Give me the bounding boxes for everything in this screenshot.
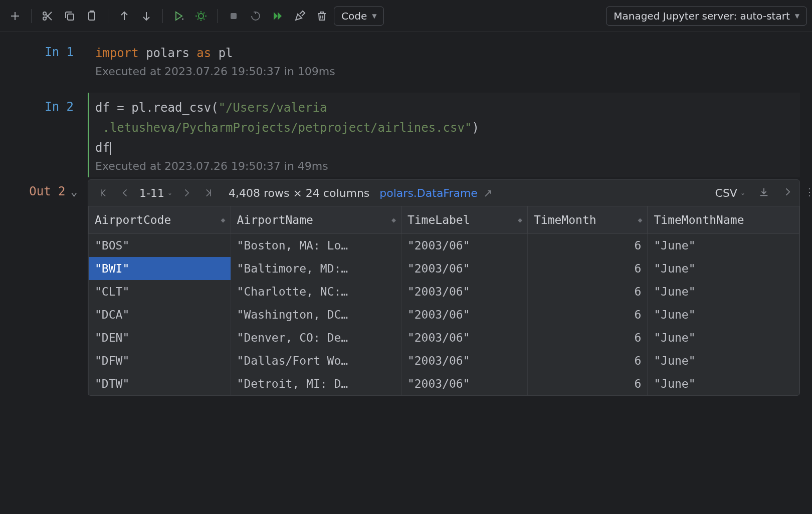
table-cell[interactable]: "2003/06" [401,303,527,326]
table-cell[interactable]: "Denver, CO: De… [231,326,401,349]
output-prompt[interactable]: Out 2 ⌄ [0,177,88,198]
separator [162,9,163,23]
external-link-icon: ↗ [483,187,492,199]
table-cell[interactable]: "DTW" [89,372,231,395]
column-header[interactable]: TimeLabel◆ [401,206,527,234]
table-cell[interactable]: "Dallas/Fort Wo… [231,349,401,372]
sort-icon: ◆ [391,215,396,224]
table-cell[interactable]: 6 [527,234,647,258]
chevron-down-icon: ⌄ [71,184,78,198]
table-cell[interactable]: "June" [648,280,799,303]
server-label: Managed Jupyter server: auto-start [614,10,790,22]
table-cell[interactable]: "BOS" [89,234,231,258]
next-page-button[interactable] [178,185,194,201]
cell-in-2: In 2 df = pl.read_csv("/Users/valeria .l… [0,93,812,177]
table-row[interactable]: "CLT""Charlotte, NC:…"2003/06"6"June" [89,280,799,303]
cell-in-1: In 1 import polars as pl Executed at 202… [0,38,812,83]
cell-type-dropdown[interactable]: Code ▼ [334,7,384,26]
table-cell[interactable]: "2003/06" [401,257,527,280]
execution-status: Executed at 2023.07.26 19:50:37 in 49ms [95,160,800,172]
interrupt-button[interactable] [224,6,244,26]
delete-cell-button[interactable] [312,6,332,26]
code-editor[interactable]: import polars as pl Executed at 2023.07.… [88,38,800,83]
page-range-dropdown[interactable]: 1-11 ⌄ [139,187,172,199]
chevron-down-icon: ▼ [372,13,376,20]
debug-cell-button[interactable] [191,6,211,26]
table-cell[interactable]: "June" [648,372,799,395]
table-cell[interactable]: "June" [648,326,799,349]
code-editor[interactable]: df = pl.read_csv("/Users/valeria .letush… [88,93,800,177]
table-cell[interactable]: "2003/06" [401,234,527,258]
paste-button[interactable] [82,6,102,26]
cell-prompt: In 2 [0,93,88,114]
export-format-dropdown[interactable]: CSV ⌄ [715,187,745,199]
copy-button[interactable] [60,6,80,26]
clear-outputs-button[interactable] [290,6,310,26]
table-cell[interactable]: "DEN" [89,326,231,349]
table-cell[interactable]: "June" [648,349,799,372]
column-header[interactable]: AirportCode◆ [89,206,231,234]
table-row[interactable]: "DFW""Dallas/Fort Wo…"2003/06"6"June" [89,349,799,372]
run-all-button[interactable] [268,6,288,26]
table-cell[interactable]: "DFW" [89,349,231,372]
table-cell[interactable]: "Baltimore, MD:… [231,257,401,280]
svg-rect-5 [231,13,237,19]
restart-button[interactable] [246,6,266,26]
more-actions-button[interactable]: ⋮ [804,186,812,198]
table-cell[interactable]: "Detroit, MI: D… [231,372,401,395]
table-cell[interactable]: 6 [527,257,647,280]
table-cell[interactable]: 6 [527,326,647,349]
separator [217,9,218,23]
separator [108,9,108,23]
download-button[interactable] [758,186,769,200]
prev-page-button[interactable] [117,185,133,201]
table-cell[interactable]: "June" [648,257,799,280]
table-cell[interactable]: "Charlotte, NC:… [231,280,401,303]
table-cell[interactable]: "CLT" [89,280,231,303]
table-cell[interactable]: 6 [527,303,647,326]
expand-button[interactable] [782,187,792,199]
column-header[interactable]: TimeMonthName [648,206,799,234]
dataframe-toolbar: 1-11 ⌄ 4,408 rows × 24 columns polars.Da… [88,180,799,206]
first-page-button[interactable] [95,185,111,201]
move-down-button[interactable] [136,6,156,26]
table-cell[interactable]: 6 [527,349,647,372]
table-cell[interactable]: "June" [648,303,799,326]
svg-rect-3 [89,12,95,20]
table-cell[interactable]: "BWI" [89,257,231,280]
svg-rect-2 [68,14,74,20]
add-cell-button[interactable] [5,6,25,26]
cut-button[interactable] [38,6,58,26]
column-header[interactable]: AirportName◆ [231,206,401,234]
table-cell[interactable]: "Washington, DC… [231,303,401,326]
cell-out-2: Out 2 ⌄ ⋮ 1-11 ⌄ [0,177,812,396]
table-row[interactable]: "DTW""Detroit, MI: D…"2003/06"6"June" [89,372,799,395]
column-header[interactable]: TimeMonth◆ [527,206,647,234]
last-page-button[interactable] [200,185,217,201]
dataframe-shape: 4,408 rows × 24 columns [229,187,369,199]
table-cell[interactable]: 6 [527,372,647,395]
table-row[interactable]: "BOS""Boston, MA: Lo…"2003/06"6"June" [89,234,799,258]
table-row[interactable]: "DEN""Denver, CO: De…"2003/06"6"June" [89,326,799,349]
table-cell[interactable]: "2003/06" [401,372,527,395]
text-cursor [110,142,111,155]
table-cell[interactable]: "DCA" [89,303,231,326]
table-cell[interactable]: 6 [527,280,647,303]
table-cell[interactable]: "2003/06" [401,349,527,372]
table-row[interactable]: "BWI""Baltimore, MD:…"2003/06"6"June" [89,257,799,280]
sort-icon: ◆ [638,215,642,224]
execution-status: Executed at 2023.07.26 19:50:37 in 109ms [95,65,800,78]
run-cell-button[interactable] [169,6,189,26]
cell-prompt: In 1 [0,38,88,59]
dataframe-type-link[interactable]: polars.DataFrame ↗ [379,187,492,199]
separator [31,9,32,23]
chevron-down-icon: ▼ [795,13,799,20]
table-cell[interactable]: "June" [648,234,799,258]
table-cell[interactable]: "2003/06" [401,326,527,349]
jupyter-server-dropdown[interactable]: Managed Jupyter server: auto-start ▼ [606,7,807,26]
move-up-button[interactable] [114,6,134,26]
table-cell[interactable]: "Boston, MA: Lo… [231,234,401,258]
svg-point-4 [198,14,204,19]
table-row[interactable]: "DCA""Washington, DC…"2003/06"6"June" [89,303,799,326]
table-cell[interactable]: "2003/06" [401,280,527,303]
